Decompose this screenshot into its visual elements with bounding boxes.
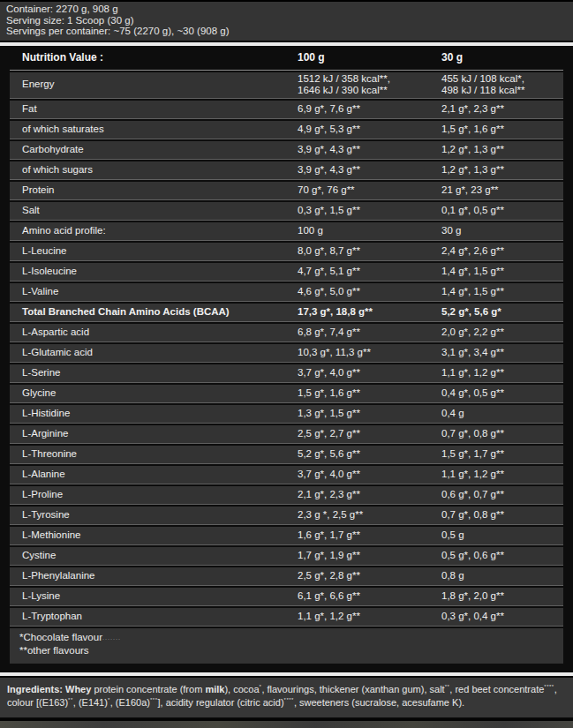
value-100g: 3,9 g*, 4,3 g** <box>298 164 441 176</box>
value-30g: 2,4 g*, 2,6 g** <box>441 245 563 258</box>
row-label: Fat <box>10 103 298 116</box>
ingredient-segment: protein concentrate (from <box>91 684 205 694</box>
spacer <box>0 717 573 718</box>
value-30g: 0,6 g*, 0,7 g** <box>441 489 563 501</box>
row-label: Total Branched Chain Amino Acids (BCAA) <box>10 306 298 319</box>
ingredient-segment: , flavourings, thickener (xanthan gum), … <box>261 684 444 694</box>
footnotes: *Chocolate flavour······· **other flavou… <box>10 628 563 664</box>
package-info-line-container: Container: 2270 g, 908 g <box>6 4 573 15</box>
row-label: L-Serine <box>10 367 298 379</box>
table-row: L-Lysine6,1 g*, 6,6 g**1,8 g*, 2,0 g** <box>10 588 563 606</box>
value-30g: 3,1 g*, 3,4 g** <box>441 347 563 359</box>
row-label: L-Valine <box>10 286 298 298</box>
table-row: Protein70 g*, 76 g**21 g*, 23 g** <box>10 182 563 200</box>
value-100g: 2,5 g*, 2,8 g** <box>298 570 441 582</box>
nutrition-label: Container: 2270 g, 908 g Serving size: 1… <box>0 0 573 728</box>
value-100g: 2,3 g *, 2,5 g** <box>298 509 441 522</box>
row-label: L-Glutamic acid <box>10 347 298 359</box>
row-label: L-Tryptophan <box>10 611 298 623</box>
value-30g: 30 g <box>441 225 563 237</box>
row-label: of which saturates <box>10 124 298 136</box>
table-row: Energy1512 kJ / 358 kcal**, 1646 kJ / 39… <box>10 72 563 99</box>
value-30g: 2,0 g*, 2,2 g** <box>441 326 563 339</box>
ingredient-segment: ], acidity regulator (citric acid) <box>158 697 284 708</box>
value-100g: 3,7 g*, 4,0 g** <box>298 469 441 481</box>
value-30g: 455 kJ / 108 kcal*, 498 kJ / 118 kcal** <box>441 73 563 97</box>
table-row: Total Branched Chain Amino Acids (BCAA)1… <box>10 304 563 322</box>
value-30g: 1,5 g*, 1,7 g** <box>441 448 563 461</box>
footnote-other-flavours: **other flavours <box>19 645 563 657</box>
value-100g: 1,1 g*, 1,2 g** <box>298 611 441 623</box>
value-30g: 1,2 g*, 1,3 g** <box>441 164 563 176</box>
row-label: L-Tyrosine <box>10 509 298 522</box>
ingredient-segment: , sweeteners (sucralose, acesufame K). <box>294 697 464 708</box>
table-row: L-Threonine5,2 g*, 5,6 g**1,5 g*, 1,7 g*… <box>10 446 563 464</box>
value-100g: 0,3 g*, 1,5 g** <box>298 205 441 217</box>
ingredient-segment: , red beet concentrate <box>449 684 544 694</box>
value-30g: 0,5 g*, 0,6 g** <box>441 550 563 562</box>
value-100g: 8,0 g*, 8,7 g** <box>298 245 441 258</box>
value-100g: 4,9 g*, 5,3 g** <box>298 124 441 136</box>
value-100g: 6,9 g*, 7,6 g** <box>298 103 441 116</box>
row-label: Protein <box>10 184 298 197</box>
table-row: L-Alanine3,7 g*, 4,0 g**1,1 g*, 1,2 g** <box>10 466 563 484</box>
ingredient-footnote-mark: **** <box>284 697 294 702</box>
value-30g: 0,3 g*, 0,4 g** <box>441 611 563 623</box>
row-label: L-Aspartic acid <box>10 326 298 339</box>
value-100g: 100 g <box>298 225 441 237</box>
row-label: L-Alanine <box>10 469 298 481</box>
table-row: L-Serine3,7 g*, 4,0 g**1,1 g*, 1,2 g** <box>10 364 563 383</box>
table-row: L-Glutamic acid10,3 g*, 11,3 g**3,1 g*, … <box>10 344 563 363</box>
table-row: of which sugars3,9 g*, 4,3 g**1,2 g*, 1,… <box>10 161 563 180</box>
ingredients-section: Ingredients: Whey protein concentrate (f… <box>0 678 573 718</box>
table-row: L-Valine4,6 g*, 5,0 g**1,4 g*, 1,5 g** <box>10 283 563 302</box>
value-30g: 1,5 g*, 1,6 g** <box>441 124 563 136</box>
row-label: L-Methionine <box>10 529 298 542</box>
value-30g: 2,1 g*, 2,3 g** <box>441 103 563 116</box>
header-nutrition-value: Nutrition Value : <box>10 51 298 64</box>
table-row: L-Histidine1,3 g*, 1,5 g**0,4 g <box>10 405 563 424</box>
value-30g: 0,4 g*, 0,5 g** <box>441 387 563 400</box>
row-label: L-Isoleucine <box>10 266 298 278</box>
nutrition-table: Nutrition Value : 100 g 30 g Energy1512 … <box>0 46 573 671</box>
table-row: L-Proline2,1 g*, 2,3 g**0,6 g*, 0,7 g** <box>10 486 563 505</box>
package-info-line-serving-size: Serving size: 1 Scoop (30 g) <box>6 15 573 26</box>
table-row: Fat6,9 g*, 7,6 g**2,1 g*, 2,3 g** <box>10 101 563 119</box>
table-row: L-Methionine1,6 g*, 1,7 g**0,5 g <box>10 527 563 545</box>
value-30g: 1,1 g*, 1,2 g** <box>441 367 563 379</box>
value-100g: 4,6 g*, 5,0 g** <box>298 286 441 298</box>
row-label: L-Proline <box>10 489 298 501</box>
value-30g: 0,4 g <box>441 408 563 420</box>
table-row: L-Aspartic acid6,8 g*, 7,4 g**2,0 g*, 2,… <box>10 324 563 342</box>
value-100g: 3,7 g*, 4,0 g** <box>298 367 441 379</box>
value-100g: 5,2 g*, 5,6 g** <box>298 448 441 461</box>
value-100g: 10,3 g*, 11,3 g** <box>298 347 441 359</box>
table-row: Salt0,3 g*, 1,5 g**0,1 g*, 0,5 g** <box>10 202 563 221</box>
value-100g: 4,7 g*, 5,1 g** <box>298 266 441 278</box>
row-label: Salt <box>10 205 298 217</box>
value-100g: 2,1 g*, 2,3 g** <box>298 489 441 501</box>
table-row: L-Isoleucine4,7 g*, 5,1 g**1,4 g*, 1,5 g… <box>10 263 563 281</box>
table-header-row: Nutrition Value : 100 g 30 g <box>10 46 563 71</box>
row-label: Cystine <box>10 550 298 562</box>
table-row: Carbohydrate3,9 g*, 4,3 g**1,2 g*, 1,3 g… <box>10 141 563 160</box>
table-row: L-Tryptophan1,1 g*, 1,2 g**0,3 g*, 0,4 g… <box>10 608 563 627</box>
value-100g: 1,3 g*, 1,5 g** <box>298 408 441 420</box>
value-100g: 17,3 g*, 18,8 g** <box>298 306 441 319</box>
package-info-line-servings-per-container: Servings per container: ~75 (2270 g), ~3… <box>6 26 573 37</box>
value-100g: 1,7 g*, 1,9 g** <box>298 550 441 562</box>
table-row: Glycine1,5 g*, 1,6 g**0,4 g*, 0,5 g** <box>10 385 563 403</box>
row-label: Amino acid profile: <box>10 225 298 237</box>
header-col-30g: 30 g <box>441 51 563 64</box>
footnote-chocolate: *Chocolate flavour <box>19 632 102 642</box>
value-30g: 0,5 g <box>441 529 563 542</box>
table-row: L-Phenylalanine2,5 g*, 2,8 g**0,8 g <box>10 567 563 586</box>
ingredient-segment: ), cocoa <box>224 684 259 694</box>
ingredient-segment: , (E141) <box>73 697 108 708</box>
ingredient-segment: milk <box>205 684 224 694</box>
ingredient-segment: Whey <box>65 684 91 694</box>
row-label: L-Arginine <box>10 428 298 440</box>
value-100g: 3,9 g*, 4,3 g** <box>298 144 441 156</box>
table-row: of which saturates4,9 g*, 5,3 g**1,5 g*,… <box>10 121 563 139</box>
table-row: L-Arginine2,5 g*, 2,7 g**0,7 g*, 0,8 g** <box>10 425 563 444</box>
